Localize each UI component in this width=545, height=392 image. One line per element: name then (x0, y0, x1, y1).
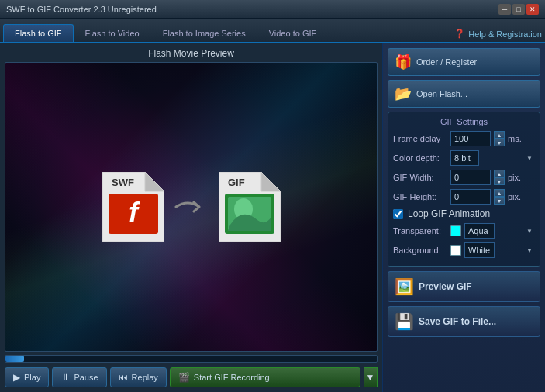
loop-checkbox[interactable] (393, 209, 403, 219)
pause-label: Pause (74, 373, 98, 382)
preview-label: Flash Movie Preview (5, 48, 378, 59)
transparent-row: Transparent: Aqua None White Black (393, 223, 535, 239)
svg-text:SWF: SWF (112, 177, 134, 188)
left-panel: Flash Movie Preview f SWF (0, 43, 382, 392)
order-icon: 🎁 (395, 53, 412, 70)
replay-button[interactable]: ⏮ Replay (110, 367, 167, 387)
background-select[interactable]: White Black Gray (464, 242, 495, 258)
folder-icon: 📂 (395, 85, 412, 102)
background-swatch (450, 245, 461, 256)
order-label: Order / Register (416, 57, 477, 67)
preview-icons: f SWF (102, 172, 281, 242)
pause-icon: ⏸ (60, 372, 70, 383)
open-flash-button[interactable]: 📂 Open Flash... (388, 80, 540, 108)
background-row: Background: White Black Gray (393, 242, 535, 258)
gif-height-up[interactable]: ▲ (494, 189, 505, 197)
transparent-label: Transparent: (393, 226, 447, 236)
loop-label: Loop GIF Animation (408, 208, 490, 219)
gif-width-label: GIF Width: (393, 173, 447, 182)
preview-gif-button[interactable]: 🖼️ Preview GIF (388, 271, 540, 302)
svg-marker-6 (261, 172, 281, 191)
replay-icon: ⏮ (119, 372, 128, 383)
save-gif-label: Save GIF to File... (419, 316, 496, 327)
help-icon: ❓ (454, 29, 465, 39)
transparent-wrapper: Aqua None White Black (464, 223, 535, 239)
pause-button[interactable]: ⏸ Pause (52, 367, 106, 387)
gif-width-input[interactable] (450, 170, 491, 185)
window-controls: ─ □ ✕ (498, 4, 539, 15)
gif-width-down[interactable]: ▼ (494, 177, 505, 185)
record-icon: 🎬 (178, 372, 190, 383)
gif-settings-box: GIF Settings Frame delay ▲ ▼ ms. Color d… (388, 112, 540, 267)
play-button[interactable]: ▶ Play (5, 367, 49, 387)
save-gif-button[interactable]: 💾 Save GIF to File... (388, 306, 540, 337)
replay-label: Replay (132, 373, 158, 382)
main-area: Flash Movie Preview f SWF (0, 43, 545, 392)
preview-area: f SWF (5, 62, 378, 352)
frame-delay-input[interactable] (450, 131, 491, 146)
transparent-swatch (450, 225, 461, 236)
tab-flash-to-image-series[interactable]: Flash to Image Series (151, 24, 257, 42)
title-bar: SWF to GIF Converter 2.3 Unregistered ─ … (0, 0, 545, 19)
gif-height-unit: pix. (508, 192, 521, 201)
app-title: SWF to GIF Converter 2.3 Unregistered (6, 5, 157, 14)
frame-delay-label: Frame delay (393, 134, 447, 143)
save-gif-icon: 💾 (395, 312, 414, 331)
background-wrapper: White Black Gray (464, 242, 535, 258)
play-icon: ▶ (13, 372, 20, 383)
color-depth-select[interactable]: 8 bit 4 bit 16 bit 24 bit (450, 150, 479, 166)
right-panel: 🎁 Order / Register 📂 Open Flash... GIF S… (382, 43, 545, 392)
color-depth-label: Color depth: (393, 153, 447, 163)
settings-title: GIF Settings (393, 117, 535, 126)
close-button[interactable]: ✕ (526, 4, 539, 15)
frame-delay-unit: ms. (508, 134, 522, 143)
gif-width-spinner: ▲ ▼ (494, 170, 505, 185)
gif-width-up[interactable]: ▲ (494, 170, 505, 177)
play-label: Play (24, 373, 40, 382)
gif-record-dropdown[interactable]: ▼ (364, 367, 378, 387)
progress-bar (5, 356, 24, 362)
gif-record-button[interactable]: 🎬 Start GIF Recording (170, 367, 360, 387)
transparent-select[interactable]: Aqua None White Black (464, 223, 495, 239)
gif-height-input[interactable] (450, 189, 491, 205)
minimize-button[interactable]: ─ (498, 4, 511, 15)
tab-flash-to-gif[interactable]: Flash to GIF (3, 24, 74, 42)
gif-height-spinner: ▲ ▼ (494, 189, 505, 205)
color-depth-wrapper: 8 bit 4 bit 16 bit 24 bit (450, 150, 535, 166)
svg-text:GIF: GIF (228, 177, 245, 188)
gif-width-unit: pix. (508, 173, 521, 182)
open-flash-label: Open Flash... (416, 89, 467, 98)
help-link[interactable]: ❓ Help & Registration (454, 29, 542, 39)
gif-record-label: Start GIF Recording (194, 373, 270, 382)
help-text: Help & Registration (468, 29, 542, 39)
swf-file-icon: f SWF (102, 172, 164, 242)
progress-bar-container (5, 355, 378, 363)
gif-height-down[interactable]: ▼ (494, 197, 505, 205)
loop-row: Loop GIF Animation (393, 208, 535, 219)
gif-width-row: GIF Width: ▲ ▼ pix. (393, 170, 535, 185)
gif-height-row: GIF Height: ▲ ▼ pix. (393, 189, 535, 205)
preview-gif-label: Preview GIF (419, 281, 472, 292)
gif-height-label: GIF Height: (393, 192, 447, 201)
frame-delay-spinner: ▲ ▼ (494, 131, 505, 146)
preview-gif-icon: 🖼️ (395, 277, 414, 296)
svg-marker-1 (145, 172, 164, 191)
arrow-icon (172, 191, 211, 222)
tab-bar: Flash to GIF Flash to Video Flash to Ima… (0, 19, 545, 43)
tab-flash-to-video[interactable]: Flash to Video (74, 24, 151, 42)
color-depth-row: Color depth: 8 bit 4 bit 16 bit 24 bit (393, 150, 535, 166)
maximize-button[interactable]: □ (512, 4, 525, 15)
controls: ▶ Play ⏸ Pause ⏮ Replay 🎬 Start GIF Reco… (5, 367, 378, 387)
gif-file-icon: GIF (219, 172, 281, 242)
frame-delay-up[interactable]: ▲ (494, 131, 505, 139)
order-register-button[interactable]: 🎁 Order / Register (388, 48, 540, 76)
background-label: Background: (393, 246, 447, 255)
tab-video-to-gif[interactable]: Video to GIF (257, 24, 329, 42)
frame-delay-down[interactable]: ▼ (494, 139, 505, 146)
frame-delay-row: Frame delay ▲ ▼ ms. (393, 131, 535, 146)
